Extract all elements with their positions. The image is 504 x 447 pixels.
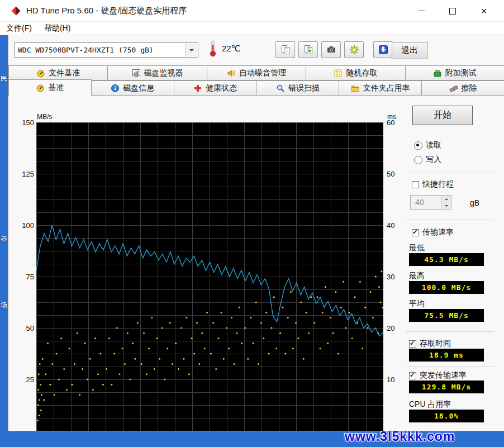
- right-axis-tick: 10: [387, 375, 394, 384]
- tab-folder-usage[interactable]: 文件夹占用率: [339, 80, 422, 96]
- close-icon: ×: [481, 6, 487, 16]
- short-stroke-label: 快捷行程: [422, 179, 454, 189]
- thermometer-icon: [208, 40, 217, 59]
- burst-rate-label: 突发传输速率: [420, 370, 467, 381]
- short-stroke-size-stepper[interactable]: 40: [410, 195, 451, 210]
- download-icon: [378, 45, 388, 55]
- save-results-button[interactable]: [373, 41, 393, 58]
- window-title: HD Tune Pro 5.60 - 硬盘/固态硬盘实用程序: [26, 6, 187, 16]
- app-icon: [11, 6, 21, 16]
- burst-rate-readout: 129.8 MB/s: [409, 381, 484, 393]
- tab-label: 随机存取: [346, 68, 377, 78]
- maximize-icon: [449, 8, 456, 15]
- transfer-rate-checkbox-row[interactable]: 传输速率: [412, 227, 454, 237]
- write-radio[interactable]: [414, 156, 422, 164]
- read-radio[interactable]: [414, 141, 422, 150]
- max-value-readout: 100.0 MB/s: [409, 281, 484, 294]
- transfer-rate-checkbox[interactable]: [412, 229, 419, 236]
- access-time-label: 存取时间: [420, 339, 451, 349]
- left-axis-tick: 75: [26, 273, 34, 281]
- tab-erase[interactable]: 擦除: [421, 80, 504, 96]
- tab-label: 健康状态: [206, 83, 237, 93]
- transfer-rate-label: 传输速率: [422, 227, 454, 237]
- write-radio-label: 写入: [426, 155, 441, 165]
- screen: 民 器 场 www.3l5kkk.com HD Tune Pro 5.60 - …: [0, 0, 504, 447]
- menu-file[interactable]: 文件(F): [0, 22, 38, 35]
- tab-extra-tests[interactable]: 附加测试: [405, 65, 504, 80]
- info-icon: [111, 84, 120, 93]
- cpu-usage-label: CPU 占用率: [409, 400, 451, 410]
- exit-button[interactable]: 退出: [392, 42, 427, 59]
- desktop-icon-label: 场: [1, 301, 7, 310]
- separator: [406, 367, 495, 367]
- stepper-down-button[interactable]: [441, 202, 451, 209]
- temperature-readout: 22℃: [222, 44, 241, 54]
- tab-benchmark[interactable]: 基准: [8, 79, 92, 96]
- file-benchmark-icon: [36, 69, 45, 78]
- copy-text-button[interactable]: [275, 41, 295, 58]
- benchmark-chart-svg: [36, 122, 383, 431]
- short-stroke-checkbox-row[interactable]: 快捷行程: [412, 179, 454, 189]
- maximize-button[interactable]: [437, 0, 468, 22]
- right-axis-tick: 40: [387, 221, 394, 230]
- dice-icon: [334, 69, 343, 78]
- short-stroke-checkbox[interactable]: [412, 181, 419, 188]
- drive-select-dropdown[interactable]: WDC WD7500BPVT-24HXZT1 (750 gB): [14, 42, 198, 58]
- minimize-button[interactable]: [406, 0, 437, 22]
- tab-label: 自动噪音管理: [239, 68, 286, 78]
- tab-aam[interactable]: 自动噪音管理: [207, 65, 306, 80]
- right-axis-tick: 50: [387, 170, 394, 178]
- magnifier-icon: [276, 84, 285, 93]
- tab-disk-info[interactable]: 磁盘信息: [91, 80, 174, 96]
- desktop-icon-label: 器: [1, 234, 7, 244]
- left-axis-tick: 100: [22, 221, 34, 230]
- health-cross-icon: [193, 84, 202, 93]
- left-axis-tick: 25: [26, 375, 34, 384]
- burst-rate-checkbox[interactable]: [409, 372, 416, 379]
- chevron-down-icon[interactable]: [185, 44, 197, 56]
- burst-rate-checkbox-row[interactable]: 突发传输速率: [409, 370, 467, 381]
- eraser-icon: [449, 84, 458, 93]
- watermark-text: www.3l5kkk.com: [345, 429, 455, 444]
- title-bar: HD Tune Pro 5.60 - 硬盘/固态硬盘实用程序 ×: [0, 0, 504, 22]
- tab-label: 擦除: [462, 83, 477, 93]
- tab-label: 磁盘监视器: [144, 68, 183, 78]
- stepper-up-button[interactable]: [441, 196, 451, 202]
- avg-value-readout: 75.5 MB/s: [409, 309, 484, 322]
- left-axis-tick: 125: [22, 170, 34, 178]
- tab-error-scan[interactable]: 错误扫描: [256, 80, 339, 96]
- tab-row-secondary: 文件基准 磁盘监视器 自动噪音管理 随机存取 附加测试: [8, 65, 504, 80]
- tab-health[interactable]: 健康状态: [174, 80, 257, 96]
- copy-image-button[interactable]: [298, 41, 318, 58]
- window-client-area: WDC WD7500BPVT-24HXZT1 (750 gB) 22℃: [8, 35, 504, 431]
- minimize-icon: [419, 11, 425, 11]
- read-radio-row[interactable]: 读取: [414, 140, 441, 150]
- tab-row-primary: 基准 磁盘信息 健康状态 错误扫描 文件夹占用率 擦除: [8, 80, 504, 96]
- left-axis-ticks: 150125100755025: [11, 122, 34, 431]
- toolbox-icon: [433, 69, 442, 78]
- monitor-icon: [132, 69, 141, 78]
- menu-bar: 文件(F) 帮助(H): [0, 22, 504, 35]
- options-button[interactable]: [344, 41, 364, 58]
- tab-disk-monitor[interactable]: 磁盘监视器: [107, 65, 207, 80]
- min-label: 最低: [409, 243, 425, 253]
- tab-random-access[interactable]: 随机存取: [306, 65, 405, 80]
- screenshot-button[interactable]: [321, 41, 341, 58]
- start-button[interactable]: 开始: [412, 106, 473, 125]
- access-time-checkbox[interactable]: [409, 340, 416, 348]
- tab-file-benchmark[interactable]: 文件基准: [8, 65, 108, 80]
- tab-label: 文件夹占用率: [363, 83, 410, 93]
- copy-image-icon: [303, 45, 313, 55]
- right-axis-ticks: 605040302010: [387, 122, 403, 431]
- separator: [406, 220, 495, 220]
- avg-label: 平均: [409, 299, 425, 309]
- access-time-checkbox-row[interactable]: 存取时间: [409, 339, 451, 349]
- separator: [406, 331, 495, 332]
- left-axis-unit: MB/s: [37, 113, 52, 121]
- menu-help[interactable]: 帮助(H): [38, 22, 77, 35]
- close-button[interactable]: ×: [468, 0, 500, 22]
- right-axis-tick: 60: [387, 118, 394, 127]
- write-radio-row[interactable]: 写入: [414, 155, 441, 165]
- right-axis-tick: 20: [387, 324, 394, 332]
- short-stroke-size-value[interactable]: 40: [411, 196, 441, 209]
